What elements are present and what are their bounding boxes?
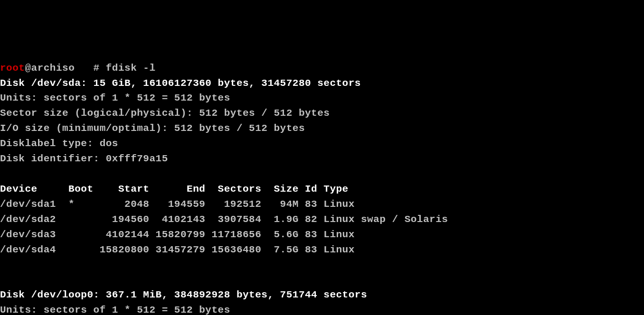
prompt-host: @archiso # <box>25 63 105 74</box>
table-row: /dev/sda1 * 2048 194559 192512 94M 83 Li… <box>0 197 644 212</box>
blank-line <box>0 257 644 272</box>
disk1-header: Disk /dev/sda: 15 GiB, 16106127360 bytes… <box>0 76 644 91</box>
table-row: /dev/sda4 15820800 31457279 15636480 7.5… <box>0 242 644 258</box>
entered-command: fdisk -l <box>106 63 156 74</box>
prompt-user: root <box>0 63 25 74</box>
disk1-sector-size: Sector size (logical/physical): 512 byte… <box>0 106 644 121</box>
disk2-units: Units: sectors of 1 * 512 = 512 bytes <box>0 303 644 315</box>
disk1-units: Units: sectors of 1 * 512 = 512 bytes <box>0 91 644 106</box>
blank-line <box>0 167 644 182</box>
disk1-label-type: Disklabel type: dos <box>0 136 644 151</box>
table-row: /dev/sda3 4102144 15820799 11718656 5.6G… <box>0 227 644 242</box>
disk1-io-size: I/O size (minimum/optimal): 512 bytes / … <box>0 121 644 136</box>
partition-table-header: Device Boot Start End Sectors Size Id Ty… <box>0 182 644 197</box>
prompt-line-1: root@archiso # fdisk -l <box>0 61 644 76</box>
disk2-header: Disk /dev/loop0: 367.1 MiB, 384892928 by… <box>0 287 644 303</box>
blank-line <box>0 272 644 287</box>
disk1-identifier: Disk identifier: 0xfff79a15 <box>0 151 644 167</box>
table-row: /dev/sda2 194560 4102143 3907584 1.9G 82… <box>0 212 644 227</box>
